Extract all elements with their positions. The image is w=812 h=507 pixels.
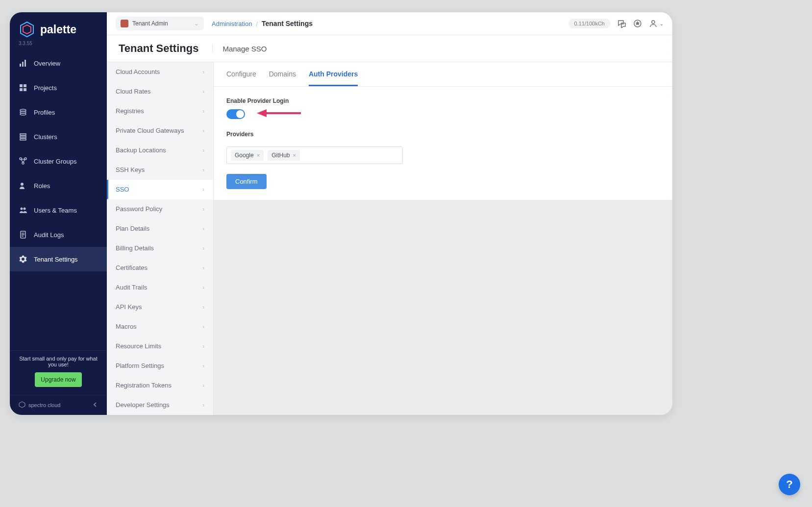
chevron-right-icon: › (202, 88, 204, 95)
subnav-label: Registration Tokens (116, 382, 172, 389)
topbar: Tenant Admin ⌄ Administration / Tenant S… (107, 12, 672, 35)
chevron-right-icon: › (202, 284, 204, 291)
brand-logo-icon (19, 21, 35, 38)
subnav-label: Cloud Rates (116, 88, 151, 95)
chevron-down-icon: ⌄ (660, 21, 664, 26)
page-header: Tenant Settings Manage SSO (107, 35, 672, 62)
nav-label: Audit Logs (34, 231, 64, 239)
nav-label: Projects (34, 84, 57, 92)
nodes-icon (19, 157, 27, 166)
brand-name: palette (40, 23, 76, 36)
subnav-billing-details[interactable]: Billing Details› (107, 239, 213, 258)
providers-input[interactable]: Google × GitHub × (226, 146, 403, 164)
enable-provider-login-toggle[interactable] (226, 109, 245, 119)
tenant-icon (121, 20, 128, 27)
subnav-password-policy[interactable]: Password Policy› (107, 199, 213, 219)
version-label: 3.3.55 (10, 41, 107, 51)
footer-brand: spectro cloud (19, 401, 60, 409)
tab-auth-providers[interactable]: Auth Providers (309, 70, 358, 86)
annotation-arrow-icon (257, 108, 301, 120)
subnav-platform-settings[interactable]: Platform Settings› (107, 356, 213, 376)
chevron-down-icon: ⌄ (194, 20, 199, 27)
provider-chip-github[interactable]: GitHub × (268, 150, 300, 161)
star-icon[interactable] (633, 19, 642, 28)
svg-rect-12 (20, 134, 26, 135)
subnav-label: Developer Settings (116, 401, 170, 409)
help-fab-button[interactable]: ? (779, 474, 800, 495)
nav-overview[interactable]: Overview (10, 51, 107, 75)
subnav-developer-settings[interactable]: Developer Settings› (107, 395, 213, 415)
nav-label: Tenant Settings (34, 256, 78, 263)
subnav-private-cloud-gateways[interactable]: Private Cloud Gateways› (107, 121, 213, 141)
primary-nav: Overview Projects Profiles Clusters (10, 51, 107, 350)
nav-projects[interactable]: Projects (10, 75, 107, 100)
tab-configure[interactable]: Configure (226, 70, 256, 86)
subnav-label: Password Policy (116, 205, 162, 213)
subnav-registries[interactable]: Registries› (107, 101, 213, 121)
chat-icon[interactable] (617, 19, 626, 28)
svg-rect-2 (20, 64, 21, 67)
subnav-api-keys[interactable]: API Keys› (107, 297, 213, 317)
subnav-label: API Keys (116, 303, 142, 311)
chevron-right-icon: › (202, 225, 204, 232)
subnav-cloud-accounts[interactable]: Cloud Accounts› (107, 62, 213, 82)
subnav-cloud-rates[interactable]: Cloud Rates› (107, 82, 213, 101)
brand: palette (10, 12, 107, 42)
nav-audit-logs[interactable]: Audit Logs (10, 222, 107, 247)
remove-chip-icon[interactable]: × (293, 152, 296, 158)
svg-rect-14 (20, 139, 26, 140)
confirm-button[interactable]: Confirm (226, 174, 267, 189)
tenant-name: Tenant Admin (132, 20, 168, 27)
nav-roles[interactable]: Roles (10, 173, 107, 198)
log-icon (19, 230, 27, 239)
nav-label: Profiles (34, 109, 55, 116)
auth-providers-panel: Enable Provider Login Provide (214, 87, 672, 200)
chevron-right-icon: › (202, 265, 204, 271)
remove-chip-icon[interactable]: × (257, 152, 260, 158)
svg-rect-13 (20, 136, 26, 138)
upgrade-promo: Start small and only pay for what you us… (10, 350, 107, 395)
chip-label: GitHub (271, 152, 290, 159)
users-icon (19, 206, 27, 215)
subnav-label: Backup Locations (116, 146, 166, 154)
cube-icon (19, 401, 25, 409)
nav-label: Cluster Groups (34, 158, 76, 165)
provider-chip-google[interactable]: Google × (231, 150, 264, 161)
collapse-sidebar-button[interactable] (92, 402, 98, 409)
upgrade-button[interactable]: Upgrade now (35, 372, 81, 387)
grid-icon (19, 83, 27, 92)
nav-cluster-groups[interactable]: Cluster Groups (10, 149, 107, 173)
app-shell: palette 3.3.55 Overview Projects Profil (10, 12, 672, 415)
svg-rect-4 (25, 60, 26, 67)
nav-tenant-settings[interactable]: Tenant Settings (10, 247, 107, 271)
promo-text: Start small and only pay for what you us… (17, 356, 100, 367)
main-content: Configure Domains Auth Providers Enable … (214, 62, 672, 415)
subnav-sso[interactable]: SSO› (107, 180, 213, 199)
enable-provider-login-label: Enable Provider Login (226, 97, 660, 104)
subnav-registration-tokens[interactable]: Registration Tokens› (107, 376, 213, 395)
subnav-ssh-keys[interactable]: SSH Keys› (107, 160, 213, 180)
svg-point-11 (20, 113, 26, 115)
subnav-certificates[interactable]: Certificates› (107, 258, 213, 278)
nav-profiles[interactable]: Profiles (10, 100, 107, 124)
chip-label: Google (235, 152, 254, 159)
subnav-audit-trails[interactable]: Audit Trails› (107, 278, 213, 297)
subnav-resource-limits[interactable]: Resource Limits› (107, 337, 213, 356)
nav-users-teams[interactable]: Users & Teams (10, 198, 107, 222)
nav-label: Users & Teams (34, 207, 77, 214)
breadcrumb-separator: / (256, 20, 258, 27)
breadcrumb-parent[interactable]: Administration (212, 20, 252, 27)
chevron-right-icon: › (202, 186, 204, 193)
user-lock-icon (19, 181, 27, 190)
subnav-plan-details[interactable]: Plan Details› (107, 219, 213, 239)
svg-rect-6 (24, 84, 26, 87)
subnav-backup-locations[interactable]: Backup Locations› (107, 141, 213, 160)
subnav-macros[interactable]: Macros› (107, 317, 213, 337)
svg-marker-1 (23, 25, 31, 34)
tenant-selector[interactable]: Tenant Admin ⌄ (116, 17, 204, 30)
nav-clusters[interactable]: Clusters (10, 124, 107, 149)
tab-domains[interactable]: Domains (269, 70, 296, 86)
nav-label: Clusters (34, 133, 57, 141)
page-subtitle: Manage SSO (212, 45, 267, 53)
user-menu[interactable]: ⌄ (649, 19, 664, 28)
